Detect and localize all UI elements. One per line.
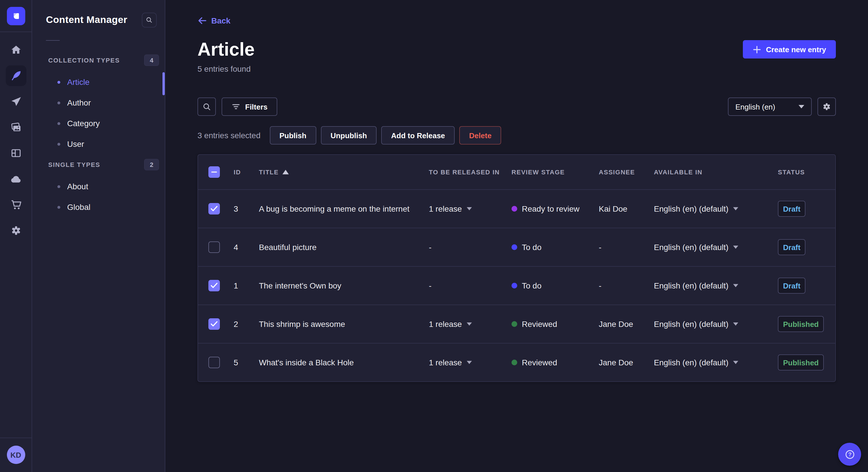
strapi-logo[interactable] [7, 7, 25, 25]
stage-label: Ready to review [522, 204, 580, 213]
plus-icon [753, 45, 761, 54]
row-title: A bug is becoming a meme on the internet [255, 204, 425, 213]
row-available-in[interactable]: English (en) (default) [650, 243, 774, 252]
column-header-available-in[interactable]: AVAILABLE IN [650, 169, 774, 175]
row-id: 3 [230, 204, 255, 213]
row-available-in[interactable]: English (en) (default) [650, 358, 774, 367]
cloud-icon[interactable] [5, 169, 26, 189]
back-link[interactable]: Back [197, 16, 230, 25]
column-header-title[interactable]: TITLE [255, 169, 425, 175]
column-header-to-be-released-in[interactable]: TO BE RELEASED IN [425, 169, 508, 175]
user-avatar[interactable]: KD [7, 446, 25, 464]
section-count-badge: 4 [144, 55, 159, 66]
releases-icon[interactable] [5, 91, 26, 112]
table-row[interactable]: 1The internet's Own boy-To do-English (e… [198, 266, 835, 305]
stage-dot [512, 321, 517, 327]
bullet-icon [57, 122, 60, 125]
chevron-down-icon [466, 207, 472, 210]
bullet-icon [57, 206, 60, 208]
column-header-label: ID [234, 169, 241, 175]
row-checkbox[interactable] [208, 318, 220, 330]
table-row[interactable]: 2This shrimp is awesome1 releaseReviewed… [198, 305, 835, 343]
row-to-be-released-in[interactable]: 1 release [425, 358, 508, 367]
column-header-assignee[interactable]: ASSIGNEE [595, 169, 650, 175]
sidebar-item-article[interactable]: Article [46, 72, 159, 92]
media-library-icon[interactable] [5, 117, 26, 138]
marketplace-icon[interactable] [5, 194, 26, 215]
content-type-builder-icon[interactable] [5, 143, 26, 164]
delete-button[interactable]: Delete [459, 126, 501, 144]
row-available-in[interactable]: English (en) (default) [650, 281, 774, 290]
chevron-down-icon [733, 245, 738, 249]
release-value: 1 release [429, 319, 462, 329]
locale-select-value: English (en) [735, 102, 775, 111]
column-header-id[interactable]: ID [230, 169, 255, 175]
sidebar-item-category[interactable]: Category [46, 113, 159, 134]
sidebar-item-about[interactable]: About [46, 176, 159, 197]
filter-icon [231, 102, 241, 111]
add-to-release-button[interactable]: Add to Release [381, 126, 455, 144]
search-icon [146, 16, 153, 24]
row-checkbox-cell [198, 357, 230, 368]
sidebar-item-list: AboutGlobal [46, 176, 159, 217]
create-new-entry-button[interactable]: Create new entry [743, 40, 836, 59]
bullet-icon [57, 142, 60, 145]
sidebar-section-header[interactable]: COLLECTION TYPES4 [46, 55, 159, 66]
row-assignee: Kai Doe [595, 204, 650, 213]
row-available-in[interactable]: English (en) (default) [650, 319, 774, 329]
view-settings-button[interactable] [817, 98, 836, 116]
column-header-review-stage[interactable]: REVIEW STAGE [508, 169, 595, 175]
help-button[interactable]: ? [838, 443, 861, 466]
table-row[interactable]: 4Beautiful picture-To do-English (en) (d… [198, 228, 835, 266]
row-checkbox[interactable] [208, 280, 220, 291]
select-all-checkbox[interactable] [208, 166, 220, 178]
selection-summary: 3 entries selected [197, 131, 260, 140]
row-status-cell: Draft [774, 239, 835, 255]
sidebar-section-header[interactable]: SINGLE TYPES2 [46, 159, 159, 170]
unpublish-button[interactable]: Unpublish [321, 126, 377, 144]
chevron-down-icon [733, 207, 738, 210]
sidebar-item-author[interactable]: Author [46, 92, 159, 113]
chevron-down-icon [733, 322, 738, 326]
row-checkbox[interactable] [208, 203, 220, 214]
row-checkbox[interactable] [208, 357, 220, 368]
sidebar-item-list: ArticleAuthorCategoryUser [46, 72, 159, 154]
table-row[interactable]: 3A bug is becoming a meme on the interne… [198, 189, 835, 228]
arrow-left-icon [197, 16, 207, 25]
sidebar-item-user[interactable]: User [46, 134, 159, 154]
main-nav-rail: KD [0, 0, 32, 472]
column-header-label: REVIEW STAGE [512, 169, 565, 175]
entries-count: 5 entries found [197, 64, 255, 73]
row-assignee: Jane Doe [595, 319, 650, 329]
content-manager-icon[interactable] [5, 65, 26, 86]
status-badge: Published [778, 316, 824, 332]
filters-button[interactable]: Filters [222, 98, 277, 116]
row-checkbox[interactable] [208, 241, 220, 253]
sidebar-item-label: Article [67, 77, 90, 87]
row-to-be-released-in[interactable]: 1 release [425, 204, 508, 213]
sidebar-scrollbar-thumb[interactable] [162, 72, 165, 95]
table-row[interactable]: 5What's inside a Black Hole1 releaseRevi… [198, 343, 835, 381]
row-review-stage: Ready to review [508, 204, 595, 213]
chevron-down-icon [466, 361, 472, 364]
column-header-status[interactable]: STATUS [774, 169, 835, 175]
row-title: The internet's Own boy [255, 281, 425, 290]
search-icon [203, 102, 211, 111]
settings-icon[interactable] [5, 220, 26, 241]
row-available-in[interactable]: English (en) (default) [650, 204, 774, 213]
release-value: 1 release [429, 204, 462, 213]
row-to-be-released-in[interactable]: 1 release [425, 319, 508, 329]
row-to-be-released-in: - [425, 281, 508, 290]
home-icon[interactable] [5, 40, 26, 60]
locale-select[interactable]: English (en) [728, 98, 812, 116]
section-label: SINGLE TYPES [48, 161, 100, 168]
search-button[interactable] [197, 98, 216, 116]
sidebar-search-button[interactable] [142, 12, 157, 28]
select-all-cell [198, 166, 230, 178]
column-header-label: TITLE [259, 169, 279, 175]
sidebar-item-global[interactable]: Global [46, 197, 159, 217]
stage-dot [512, 244, 517, 250]
publish-button[interactable]: Publish [270, 126, 316, 144]
stage-label: Reviewed [522, 319, 557, 329]
sidebar-title: Content Manager [46, 14, 127, 26]
